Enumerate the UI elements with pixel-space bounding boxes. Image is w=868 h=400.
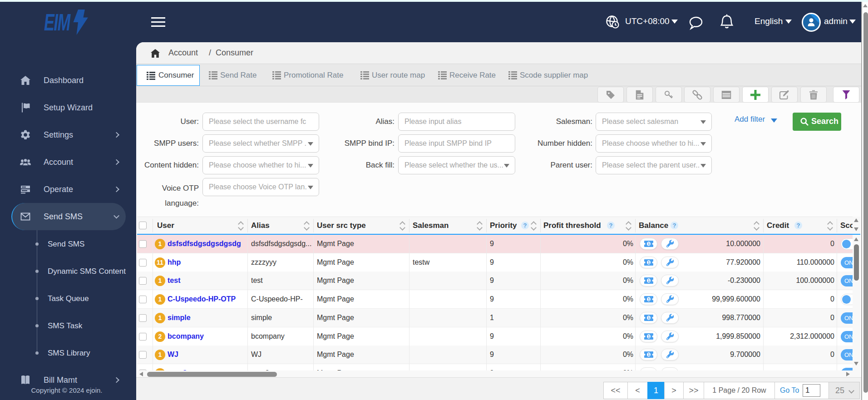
svg-text:1: 1 (647, 242, 650, 246)
svg-text:1: 1 (647, 334, 650, 339)
svg-text:1: 1 (647, 352, 650, 357)
svg-text:1: 1 (647, 278, 650, 283)
svg-text:1: 1 (647, 316, 650, 320)
svg-text:1: 1 (647, 297, 650, 301)
svg-text:1: 1 (647, 260, 650, 265)
